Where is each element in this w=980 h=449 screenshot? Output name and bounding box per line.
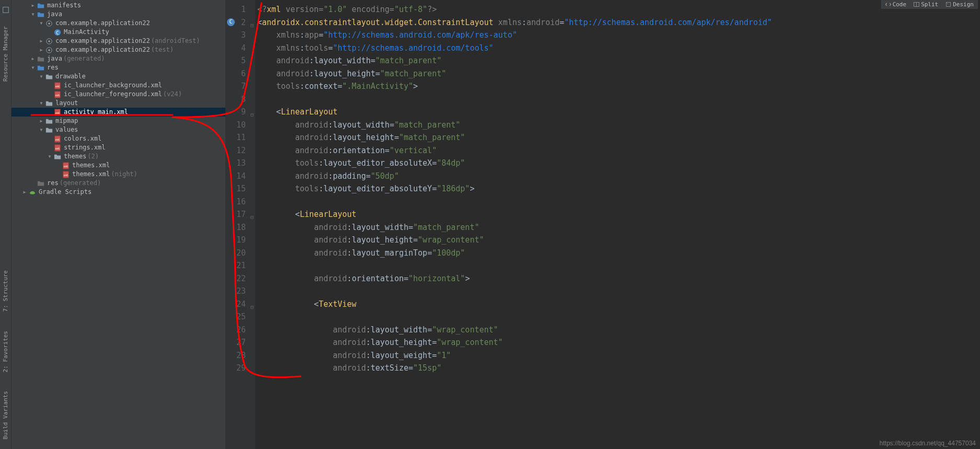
code-line[interactable]: android:layout_marginTop="100dp" [255,247,980,260]
fold-icon[interactable]: ⊟ [248,301,254,306]
toolstrip-build-variants[interactable]: Build Variants [2,391,9,440]
code-line[interactable]: android:textSize="15sp" [255,362,980,375]
tree-item-strings-xml[interactable]: xmlstrings.xml [12,143,225,152]
line-number[interactable]: 18 [226,221,255,234]
tree-item-java[interactable]: java (generated) [12,54,225,63]
tree-item-layout[interactable]: layout [12,99,225,108]
expand-arrow-icon[interactable] [21,188,28,197]
line-number[interactable]: 7 [226,80,255,93]
tree-item-manifests[interactable]: manifests [12,1,225,10]
code-line[interactable] [255,310,980,324]
tree-item-ic_launcher_foreground-xml[interactable]: xmlic_launcher_foreground.xml (v24) [12,90,225,99]
tree-item-com-example-application22[interactable]: com.example.application22 [12,19,225,28]
tree-item-themes-xml[interactable]: xmlthemes.xml (night) [12,170,225,179]
code-line[interactable]: android:layout_width="match_parent" [255,221,980,234]
expand-arrow-icon[interactable] [38,37,45,45]
code-line[interactable]: android:layout_height="match_parent" [255,67,980,80]
code-line[interactable]: android:layout_width="match_parent" [255,54,980,67]
code-line[interactable]: android:padding="50dp" [255,170,980,183]
toolstrip-structure[interactable]: 7: Structure [2,270,9,312]
code-line[interactable]: android:layout_weight="1" [255,349,980,362]
expand-arrow-icon[interactable] [29,1,37,10]
expand-arrow-icon[interactable] [38,99,45,108]
tree-item-com-example-application22[interactable]: com.example.application22 (test) [12,45,225,54]
line-number[interactable]: 27 [226,336,255,349]
tree-item-drawable[interactable]: drawable [12,72,225,81]
code-line[interactable]: xmlns:app="http://schemas.android.com/ap… [255,29,980,42]
fold-icon[interactable]: ⊟ [248,109,254,114]
code-line[interactable]: android:orientation="vertical" [255,144,980,157]
line-number[interactable]: 26 [226,324,255,337]
code-area[interactable]: <?xml version="1.0" encoding="utf-8"?><a… [255,0,980,449]
code-line[interactable] [255,195,980,209]
expand-arrow-icon[interactable] [38,125,45,134]
code-line[interactable]: xmlns:tools="http://schemas.android.com/… [255,42,980,55]
line-number[interactable]: 11 [226,131,255,144]
line-number[interactable]: 20 [226,247,255,260]
tree-item-res[interactable]: res (generated) [12,179,225,188]
code-line[interactable] [255,285,980,298]
tree-item-values[interactable]: values [12,125,225,134]
related-class-icon[interactable]: C [227,18,235,26]
line-number[interactable]: 29 [226,362,255,375]
code-line[interactable]: android:layout_height="wrap_content" [255,234,980,247]
code-line[interactable]: <?xml version="1.0" encoding="utf-8"?> [255,3,980,16]
tree-item-res[interactable]: res [12,63,225,72]
line-number[interactable]: 13 [226,157,255,170]
code-line[interactable]: <LinearLayout [255,208,980,221]
fold-icon[interactable]: ⊟ [248,19,254,25]
line-number[interactable]: 10 [226,119,255,132]
expand-arrow-icon[interactable] [29,63,37,72]
code-line[interactable]: android:layout_width="match_parent" [255,119,980,132]
line-number[interactable]: 5 [226,54,255,67]
code-line[interactable]: android:layout_height="wrap_content" [255,336,980,349]
code-line[interactable]: android:orientation="horizontal"> [255,272,980,285]
code-line[interactable]: <TextView [255,298,980,311]
tree-item-java[interactable]: java [12,10,225,19]
toolstrip-resource-manager[interactable]: Resource Manager [2,26,9,82]
code-line[interactable]: android:layout_height="match_parent" [255,131,980,144]
line-number[interactable]: 28 [226,349,255,362]
expand-arrow-icon[interactable] [38,72,45,81]
tree-item-com-example-application22[interactable]: com.example.application22 (androidTest) [12,37,225,45]
expand-arrow-icon[interactable] [38,19,45,28]
expand-arrow-icon[interactable] [38,117,45,125]
tree-item-colors-xml[interactable]: xmlcolors.xml [12,134,225,143]
view-tab-split[interactable]: Split [910,1,941,8]
line-number[interactable]: 2C⊟ [226,16,255,29]
line-number[interactable]: 1 [226,3,255,16]
code-line[interactable]: <androidx.constraintlayout.widget.Constr… [255,16,980,29]
tree-item-activity_main-xml[interactable]: xmlactivity_main.xml [12,108,225,117]
view-tab-design[interactable]: Design [942,1,977,8]
line-number[interactable]: 25 [226,310,255,324]
tree-item-themes[interactable]: themes (2) [12,152,225,161]
view-tab-code[interactable]: Code [882,1,910,8]
code-line[interactable]: tools:context=".MainActivity"> [255,80,980,93]
tree-item-mainactivity[interactable]: CMainActivity [12,28,225,37]
line-number[interactable]: 24⊟ [226,298,255,311]
code-line[interactable] [255,259,980,272]
code-line[interactable] [255,93,980,106]
line-number[interactable]: 15 [226,182,255,195]
code-line[interactable]: tools:layout_editor_absoluteY="186dp"> [255,182,980,195]
line-number[interactable]: 22 [226,272,255,285]
line-number[interactable]: 16 [226,195,255,209]
toolstrip-favorites[interactable]: 2: Favorites [2,331,9,372]
line-number[interactable]: 4 [226,42,255,55]
line-number[interactable]: 8 [226,93,255,106]
project-tree[interactable]: manifestsjavacom.example.application22CM… [12,0,226,449]
line-number[interactable]: 12 [226,144,255,157]
expand-arrow-icon[interactable] [29,54,37,63]
tree-item-ic_launcher_background-xml[interactable]: xmlic_launcher_background.xml [12,81,225,90]
line-number[interactable]: 23 [226,285,255,298]
line-number[interactable]: 17⊟ [226,208,255,221]
code-editor[interactable]: 12C⊟3456789⊟1011121314151617⊟18192021222… [226,0,980,449]
expand-arrow-icon[interactable] [29,10,37,19]
code-line[interactable]: tools:layout_editor_absoluteX="84dp" [255,157,980,170]
tree-item-themes-xml[interactable]: xmlthemes.xml [12,161,225,170]
line-number[interactable]: 19 [226,234,255,247]
line-number[interactable]: 14 [226,170,255,183]
line-number[interactable]: 21 [226,259,255,272]
code-line[interactable]: <LinearLayout [255,106,980,119]
line-number[interactable]: 3 [226,29,255,42]
